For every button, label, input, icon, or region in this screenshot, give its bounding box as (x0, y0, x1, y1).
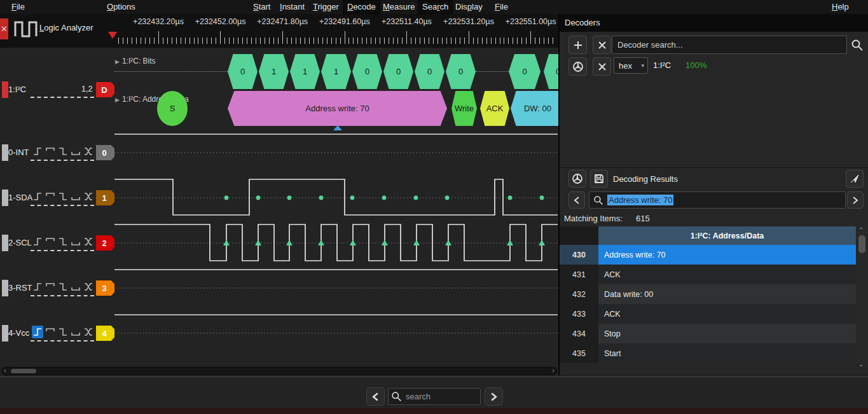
menu-item-decode[interactable]: Decode (343, 0, 380, 14)
table-row[interactable]: 433ACK (560, 304, 856, 324)
menu-item-display[interactable]: Display (455, 0, 483, 14)
rising-edge-trigger-icon[interactable] (32, 280, 43, 293)
channel-label-0-int[interactable]: 0-INT (8, 148, 29, 157)
row-value[interactable]: Start (598, 343, 856, 363)
data-write-annotation[interactable]: DW: 00 (511, 91, 558, 126)
bit-annotation[interactable]: 0 (383, 54, 413, 89)
low-level-trigger-icon[interactable] (70, 326, 81, 338)
search-prev-button[interactable] (366, 387, 385, 406)
channel-drag-handle[interactable] (2, 144, 8, 161)
table-row[interactable]: 435Start (560, 343, 856, 363)
falling-edge-trigger-icon[interactable] (57, 326, 69, 338)
menu-item-options[interactable]: Options (107, 0, 135, 14)
rising-edge-trigger-icon[interactable] (32, 190, 43, 203)
any-edge-trigger-icon[interactable] (83, 326, 94, 338)
add-decoder-button[interactable] (568, 36, 587, 54)
scroll-down-icon[interactable]: ⌄ (858, 361, 864, 368)
low-level-trigger-icon[interactable] (70, 145, 81, 158)
high-level-trigger-icon[interactable] (45, 190, 56, 203)
waveform-search-field[interactable] (388, 388, 481, 405)
falling-edge-trigger-icon[interactable] (57, 145, 69, 158)
menu-item-measure[interactable]: Measure (383, 0, 415, 14)
prev-result-button[interactable] (568, 191, 585, 209)
write-annotation[interactable]: Write (451, 91, 477, 126)
low-level-trigger-icon[interactable] (70, 190, 81, 203)
rising-edge-trigger-icon[interactable] (32, 145, 43, 158)
export-results-button[interactable] (590, 170, 608, 188)
address-write-annotation[interactable]: Address write: 70 (228, 91, 447, 126)
menu-item-file[interactable]: File (11, 0, 25, 14)
horizontal-scrollbar[interactable]: ‹ › (1, 367, 557, 375)
channel-label-4-vcc[interactable]: 4-Vcc (8, 328, 29, 338)
row-value[interactable]: ACK (598, 265, 856, 284)
close-instrument-button[interactable]: ✕ (0, 18, 8, 39)
channel-label-3-rst[interactable]: 3-RST (8, 283, 32, 293)
menu-item-start[interactable]: Start (253, 0, 270, 14)
table-row[interactable]: 432Data write: 00 (560, 284, 856, 304)
results-search-field[interactable]: Address write: 70 (589, 191, 846, 209)
high-level-trigger-icon[interactable] (45, 145, 56, 158)
ack-annotation[interactable]: ACK (480, 91, 509, 126)
menu-item-file[interactable]: File (495, 0, 508, 14)
vertical-scrollbar[interactable]: ⌃ ⌄ (857, 226, 867, 368)
vertical-scroll-thumb[interactable] (858, 235, 865, 253)
high-level-trigger-icon[interactable] (45, 235, 56, 248)
expand-arrow-icon[interactable]: ▶ (115, 59, 120, 65)
start-annotation[interactable]: S (157, 91, 188, 126)
table-row[interactable]: 430Address write: 70 (560, 245, 856, 265)
bit-annotation[interactable]: 1 (259, 54, 289, 89)
menu-item-help[interactable]: Help (832, 0, 849, 14)
horizontal-scroll-thumb[interactable] (11, 369, 36, 373)
bit-annotation[interactable]: 0 (446, 54, 476, 89)
scroll-left-icon[interactable]: ‹ (4, 366, 6, 374)
bit-annotation[interactable]: 0 (415, 54, 444, 89)
goto-annotation-button[interactable] (846, 170, 864, 188)
channel-drag-handle[interactable] (2, 325, 8, 342)
waveform-area[interactable]: ▶1:I²C: Bits▶1:I²C: Address/Data01110000… (114, 48, 558, 376)
high-level-trigger-icon[interactable] (45, 280, 56, 293)
channel-label-1-sda[interactable]: 1-SDA (8, 193, 32, 202)
any-edge-trigger-icon[interactable] (83, 145, 94, 158)
menu-item-search[interactable]: Search (418, 0, 453, 14)
rising-edge-trigger-icon[interactable] (32, 326, 43, 338)
bit-annotation[interactable]: 0 (352, 54, 382, 89)
row-value[interactable]: Stop (598, 324, 856, 343)
low-level-trigger-icon[interactable] (70, 235, 81, 248)
any-edge-trigger-icon[interactable] (83, 235, 94, 248)
bit-annotation[interactable]: 1 (321, 54, 351, 89)
row-value[interactable]: Data write: 00 (598, 284, 856, 304)
row-value[interactable]: ACK (598, 304, 856, 324)
channel-drag-handle[interactable] (2, 190, 8, 206)
any-edge-trigger-icon[interactable] (83, 280, 94, 293)
expand-arrow-icon[interactable]: ▶ (115, 97, 120, 103)
decoder-name-label[interactable]: 1:I²C (653, 60, 671, 70)
bit-annotation[interactable]: 0 (509, 54, 541, 89)
results-search-value[interactable]: Address write: 70 (607, 195, 673, 205)
channel-drag-handle[interactable] (2, 235, 8, 251)
menu-item-trigger[interactable]: Trigger (313, 0, 339, 14)
row-value[interactable]: Address write: 70 (598, 245, 856, 265)
falling-edge-trigger-icon[interactable] (57, 280, 69, 293)
low-level-trigger-icon[interactable] (70, 280, 81, 293)
search-next-button[interactable] (485, 387, 503, 406)
channel-label-1-i-c[interactable]: 1:I²C (8, 85, 26, 94)
bit-annotation[interactable]: 1 (290, 54, 320, 89)
falling-edge-trigger-icon[interactable] (57, 235, 69, 248)
decoder-search-input[interactable] (612, 36, 847, 54)
remove-decoder-button[interactable] (593, 57, 611, 76)
channel-label-2-scl[interactable]: 2-SCL (8, 238, 32, 247)
decoder-options-button[interactable] (568, 57, 587, 76)
waveform-search-input[interactable] (404, 391, 471, 402)
scroll-up-icon[interactable]: ⌃ (858, 226, 864, 233)
any-edge-trigger-icon[interactable] (83, 190, 94, 203)
menu-item-instant[interactable]: Instant (280, 0, 305, 14)
table-row[interactable]: 434Stop (560, 324, 856, 343)
high-level-trigger-icon[interactable] (45, 326, 56, 338)
format-select[interactable]: hex ▾ (614, 57, 648, 74)
scroll-right-icon[interactable]: › (552, 366, 555, 374)
clear-decoders-button[interactable] (593, 36, 611, 54)
bit-annotation[interactable]: 0 (228, 54, 258, 89)
channel-drag-handle[interactable] (2, 81, 8, 98)
table-row[interactable]: 431ACK (560, 265, 856, 284)
results-options-button[interactable] (568, 170, 586, 188)
